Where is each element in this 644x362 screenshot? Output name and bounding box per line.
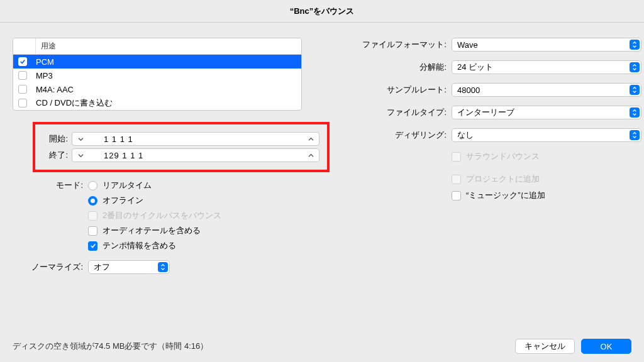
chevron-up-icon[interactable] bbox=[306, 153, 315, 158]
checkbox-add-music-label: “ミュージック”に追加 bbox=[466, 190, 545, 201]
list-header-label: 用途 bbox=[36, 41, 56, 52]
radio-realtime-label: リアルタイム bbox=[103, 180, 152, 191]
checkbox-pcm[interactable] bbox=[18, 57, 27, 66]
chevron-up-icon[interactable] bbox=[306, 136, 315, 142]
checkbox-surround-label: サラウンドバウンス bbox=[466, 151, 540, 162]
checkbox-include-tail-label: オーディオテールを含める bbox=[103, 225, 201, 236]
radio-realtime[interactable] bbox=[88, 181, 97, 190]
destination-list[interactable]: 用途 PCM MP3 M4A: AAC CD / DVDに書き込む bbox=[13, 38, 302, 111]
checkbox-add-project bbox=[452, 175, 461, 184]
ok-button[interactable]: OK bbox=[581, 339, 631, 354]
cancel-button[interactable]: キャンセル bbox=[515, 339, 575, 354]
file-format-select[interactable]: Wave bbox=[452, 38, 641, 52]
checkbox-mp3[interactable] bbox=[18, 71, 27, 80]
normalize-select[interactable]: オフ bbox=[88, 260, 170, 274]
checkbox-surround bbox=[452, 152, 461, 162]
list-row-m4a[interactable]: M4A: AAC bbox=[13, 82, 301, 96]
list-row-pcm[interactable]: PCM bbox=[13, 55, 301, 69]
checkbox-add-music[interactable] bbox=[452, 191, 461, 200]
file-type-select[interactable]: インターリーブ bbox=[452, 106, 641, 119]
normalize-value: オフ bbox=[94, 261, 154, 273]
select-arrows-icon bbox=[630, 85, 640, 95]
select-arrows-icon bbox=[630, 130, 640, 140]
dithering-label: ディザリング: bbox=[352, 129, 447, 141]
file-type-label: ファイルタイプ: bbox=[352, 107, 447, 118]
list-item-label: CD / DVDに書き込む bbox=[36, 97, 113, 109]
resolution-value: 24 ビット bbox=[457, 62, 626, 73]
checkbox-m4a[interactable] bbox=[18, 85, 27, 94]
select-arrows-icon bbox=[630, 62, 640, 72]
select-arrows-icon bbox=[630, 40, 640, 50]
select-arrows-icon bbox=[158, 262, 168, 272]
end-label: 終了: bbox=[40, 150, 68, 161]
chevron-down-icon[interactable] bbox=[76, 153, 85, 158]
list-header: 用途 bbox=[13, 38, 301, 55]
dithering-select[interactable]: なし bbox=[452, 128, 641, 142]
sample-rate-label: サンプルレート: bbox=[352, 84, 447, 96]
list-row-cddvd[interactable]: CD / DVDに書き込む bbox=[13, 96, 301, 110]
file-format-value: Wave bbox=[457, 40, 626, 50]
sample-rate-value: 48000 bbox=[457, 85, 626, 95]
start-position-stepper[interactable]: 1 1 1 1 bbox=[72, 132, 319, 146]
list-row-mp3[interactable]: MP3 bbox=[13, 69, 301, 82]
radio-offline[interactable] bbox=[88, 196, 97, 206]
checkbox-include-tempo[interactable] bbox=[88, 241, 97, 251]
list-item-label: MP3 bbox=[36, 71, 53, 80]
checkbox-include-tempo-label: テンポ情報を含める bbox=[103, 240, 176, 251]
resolution-label: 分解能: bbox=[352, 62, 447, 73]
range-highlight-frame: 開始: 1 1 1 1 終了: 129 1 1 1 bbox=[33, 122, 330, 172]
checkbox-add-project-label: プロジェクトに追加 bbox=[466, 173, 540, 185]
end-value[interactable]: 129 1 1 1 bbox=[85, 151, 306, 160]
checkbox-second-cycle bbox=[88, 211, 97, 221]
dithering-value: なし bbox=[457, 129, 626, 141]
mode-label: モード: bbox=[42, 180, 83, 191]
checkbox-cddvd[interactable] bbox=[18, 99, 27, 107]
sample-rate-select[interactable]: 48000 bbox=[452, 83, 641, 97]
checkbox-second-cycle-label: 2番目のサイクルパスをバウンス bbox=[103, 210, 221, 221]
radio-offline-label: オフライン bbox=[103, 195, 143, 206]
list-item-label: PCM bbox=[36, 57, 54, 67]
chevron-down-icon[interactable] bbox=[76, 136, 85, 142]
list-item-label: M4A: AAC bbox=[36, 85, 74, 94]
select-arrows-icon bbox=[630, 107, 640, 118]
file-format-label: ファイルフォーマット: bbox=[352, 39, 447, 50]
start-label: 開始: bbox=[40, 133, 68, 145]
resolution-select[interactable]: 24 ビット bbox=[452, 60, 641, 74]
window-title: “Bnc”をバウンス bbox=[0, 0, 644, 23]
start-value[interactable]: 1 1 1 1 bbox=[85, 134, 306, 144]
disk-space-text: ディスクの空き領域が74.5 MB必要です（時間 4:16） bbox=[13, 341, 509, 352]
footer: ディスクの空き領域が74.5 MB必要です（時間 4:16） キャンセル OK bbox=[0, 331, 644, 362]
checkbox-include-tail[interactable] bbox=[88, 226, 97, 236]
normalize-label: ノーマライズ: bbox=[13, 261, 83, 273]
file-type-value: インターリーブ bbox=[457, 107, 626, 118]
end-position-stepper[interactable]: 129 1 1 1 bbox=[72, 148, 319, 162]
